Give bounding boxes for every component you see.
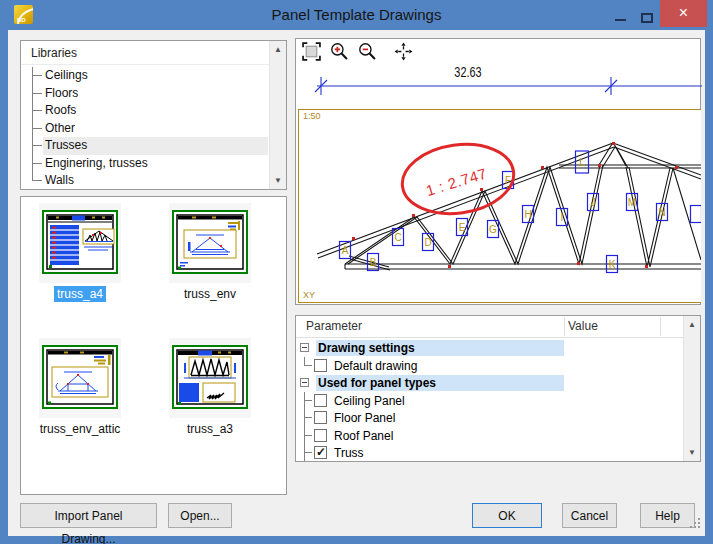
thumbnail-label-truss-a3[interactable]: truss_a3 [145,421,275,437]
parameters-scrollbar[interactable]: ▲ ▼ [683,316,700,461]
tree-connector [304,357,312,366]
thumbnail-label-text: truss_a4 [54,286,106,302]
thumbnail-truss-env[interactable] [169,203,251,283]
floor-panel-checkbox[interactable] [314,411,327,424]
help-button[interactable]: Help [640,503,695,528]
truss-a4-drawing [42,210,118,274]
libraries-header: Libraries [21,41,269,65]
column-divider[interactable] [564,317,565,336]
resize-grip[interactable] [698,526,700,528]
scroll-down-icon[interactable]: ▼ [270,172,286,189]
library-item-label: Other [43,120,268,138]
member-label: A [342,245,349,256]
roof-panel-checkbox[interactable] [314,429,327,442]
minimize-icon[interactable] [615,19,626,21]
member-label: E [459,222,466,233]
library-item-other[interactable]: Other [21,120,269,138]
member-label: G [489,224,497,235]
checkbox-label: Default drawing [334,358,417,374]
tree-connector [32,102,42,120]
scroll-up-icon[interactable]: ▲ [684,316,700,333]
tree-connector [304,392,312,410]
member-label: I [561,212,564,223]
member-label: N [658,207,665,218]
tree-connector [32,85,42,103]
dimension-area[interactable]: 32.63 [296,63,702,108]
scale-annotation-text: 1 : 2.747 [424,164,489,199]
dimension-value: 32.63 [454,65,481,81]
thumbnail-truss-env-attic[interactable] [39,338,121,418]
checkbox-label: Roof Panel [334,428,393,444]
tree-connector [304,444,312,461]
thumbnail-label-truss-a4[interactable]: truss_a4 [15,286,145,302]
window-title: Panel Template Drawings [0,6,713,23]
libraries-scrollbar[interactable]: ▲ ▼ [269,41,286,189]
column-divider[interactable] [660,317,661,336]
checkbox-label: Floor Panel [334,410,395,426]
library-item-walls[interactable]: Walls [21,172,269,190]
maximize-icon[interactable] [641,13,653,23]
preview-toolbar [300,41,415,63]
param-row-ceiling-panel[interactable]: Ceiling Panel [296,392,683,410]
checkbox-label: Ceiling Panel [334,393,405,409]
pan-icon[interactable] [392,41,415,62]
drawing-scale-label: 1:50 [303,111,321,121]
thumbnail-truss-a4[interactable] [39,203,121,283]
collapse-icon[interactable] [300,343,309,352]
checkbox-label: Truss [334,445,364,461]
tree-connector [32,120,42,138]
library-item-ceilings[interactable]: Ceilings [21,67,269,85]
library-item-enginering-trusses[interactable]: Enginering, trusses [21,155,269,173]
default-drawing-checkbox[interactable] [314,359,327,372]
titlebar[interactable]: BD Panel Template Drawings × [0,0,713,30]
zoom-in-icon[interactable] [328,41,351,62]
library-item-label: Floors [43,85,268,103]
cancel-button[interactable]: Cancel [562,503,617,528]
truss-drawing: A B C D E F G H I J K L M N [299,110,701,303]
library-item-trusses[interactable]: Trusses [21,137,269,155]
param-category-drawing-settings[interactable]: Drawing settings [296,339,683,357]
category-label: Used for panel types [316,375,564,391]
library-item-label: Enginering, trusses [43,155,268,173]
drawing-canvas[interactable]: 1:50 XY [298,109,701,303]
ok-button[interactable]: OK [472,503,542,528]
thumbnail-truss-a3[interactable] [169,338,251,418]
thumbnail-label-truss-env[interactable]: truss_env [145,286,275,302]
param-category-used-for-panel-types[interactable]: Used for panel types [296,374,683,392]
thumbnail-label-truss-env-attic[interactable]: truss_env_attic [15,421,145,437]
member-label: D [424,237,431,248]
close-icon[interactable]: × [660,0,707,27]
tree-connector [304,409,312,427]
param-row-default-drawing[interactable]: Default drawing [296,357,683,375]
library-item-roofs[interactable]: Roofs [21,102,269,120]
member-label: L [579,157,585,168]
library-item-label: Trusses [43,137,268,155]
member-label: M [628,197,636,208]
import-panel-drawing-button[interactable]: Import Panel Drawing... [20,503,157,528]
truss-a3-drawing [172,345,248,409]
tree-connector [32,172,42,181]
tree-connector [304,427,312,445]
truss-checkbox[interactable] [314,446,327,459]
library-item-floors[interactable]: Floors [21,85,269,103]
scroll-down-icon[interactable]: ▼ [684,444,700,461]
collapse-icon[interactable] [300,378,309,387]
param-row-floor-panel[interactable]: Floor Panel [296,409,683,427]
parameters-panel: Parameter Value Drawing settings Default… [295,315,701,462]
zoom-window-icon[interactable] [300,41,323,62]
member-label: J [591,197,596,208]
param-row-truss[interactable]: Truss [296,444,683,461]
truss-env-attic-drawing [42,345,118,409]
ceiling-panel-checkbox[interactable] [314,394,327,407]
panel-template-drawings-dialog: BD Panel Template Drawings × Libraries C… [0,0,713,544]
scroll-up-icon[interactable]: ▲ [270,41,286,58]
category-label: Drawing settings [316,340,564,356]
member-label: C [394,232,401,243]
param-row-roof-panel[interactable]: Roof Panel [296,427,683,445]
thumbnail-label-text: truss_env [181,286,239,302]
zoom-out-icon[interactable] [356,41,379,62]
library-item-label: Roofs [43,102,268,120]
column-header-value: Value [568,319,598,333]
open-button[interactable]: Open... [168,503,232,528]
tree-connector [32,155,42,173]
